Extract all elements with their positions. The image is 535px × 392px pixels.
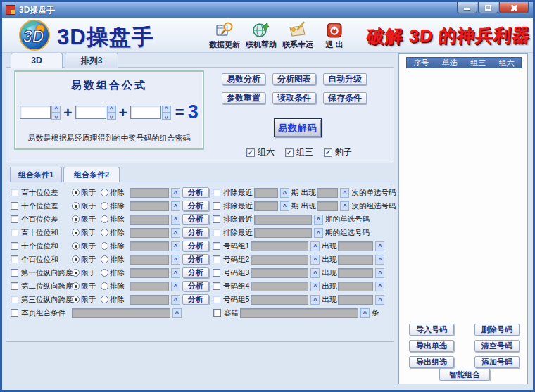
spin-up-button[interactable]: ^: [171, 215, 180, 225]
smart-combine-button[interactable]: 智能组合: [439, 369, 490, 381]
online-help-button[interactable]: 联机帮助: [243, 20, 279, 50]
radio-exclude[interactable]: [101, 296, 108, 303]
cond-left-input[interactable]: [130, 188, 169, 198]
occur-times-input[interactable]: [338, 282, 373, 291]
number-group-input[interactable]: [251, 282, 308, 291]
radio-limit[interactable]: [72, 215, 80, 223]
cond-right-checkbox[interactable]: [213, 255, 220, 263]
cond-left-checkbox[interactable]: [11, 255, 18, 263]
analyze-button[interactable]: 分析: [182, 201, 209, 211]
number-list[interactable]: [406, 70, 522, 319]
formula-input-1[interactable]: [20, 106, 51, 119]
spin-up-button[interactable]: ^: [314, 215, 323, 225]
checkbox-baozi[interactable]: ✓ 豹子: [324, 146, 352, 158]
cond-left-input[interactable]: [130, 201, 169, 211]
radio-exclude[interactable]: [101, 229, 108, 236]
load-condition-button[interactable]: 读取条件: [272, 92, 316, 104]
radio-exclude[interactable]: [101, 255, 108, 263]
save-condition-button[interactable]: 保存条件: [323, 92, 367, 104]
analyze-button[interactable]: 分析: [182, 241, 209, 251]
cond-left-checkbox[interactable]: [11, 202, 18, 210]
auto-upgrade-button[interactable]: 自动升级: [323, 73, 367, 85]
cond-left-checkbox[interactable]: [11, 215, 18, 223]
close-button[interactable]: [499, 2, 529, 13]
spin-up-button[interactable]: ^: [310, 282, 320, 291]
radio-exclude[interactable]: [101, 242, 108, 250]
analyze-button[interactable]: 分析: [182, 187, 209, 198]
checkbox[interactable]: ✓: [324, 148, 332, 157]
spin-up-button[interactable]: ^: [171, 255, 180, 265]
radio-limit[interactable]: [72, 202, 80, 210]
formula-input-3[interactable]: [130, 106, 161, 119]
cond-left-checkbox[interactable]: [11, 269, 18, 277]
spin-up-button[interactable]: ^: [340, 188, 349, 198]
cond-left-checkbox[interactable]: [11, 309, 18, 317]
page-condition-input[interactable]: [72, 308, 170, 318]
cond-left-checkbox[interactable]: [11, 296, 18, 303]
cond-left-input[interactable]: [130, 282, 169, 291]
occur-times-input[interactable]: [338, 295, 373, 305]
cond-right-checkbox[interactable]: [213, 282, 220, 290]
add-numbers-button[interactable]: 添加号码: [474, 356, 520, 368]
cond-right-checkbox[interactable]: [213, 269, 220, 277]
exit-button[interactable]: 退 出: [316, 20, 353, 50]
spin-up-button[interactable]: ^: [280, 188, 289, 198]
radio-exclude[interactable]: [101, 269, 108, 277]
spin-up-button[interactable]: ^: [375, 241, 384, 251]
export-danxuan-button[interactable]: 导出单选: [409, 340, 454, 352]
cond-right-checkbox[interactable]: [213, 202, 220, 210]
checkbox[interactable]: ✓: [246, 148, 255, 157]
radio-limit[interactable]: [72, 229, 80, 236]
analyze-button[interactable]: 分析: [182, 254, 209, 265]
contact-lucky-button[interactable]: 联系幸运: [279, 20, 316, 50]
spin-up-button[interactable]: ^: [171, 188, 180, 198]
analyze-button[interactable]: 分析: [182, 267, 209, 278]
cond-left-input[interactable]: [130, 255, 169, 265]
tab-3d[interactable]: 3D: [11, 53, 63, 68]
spin-up-button[interactable]: ^: [375, 255, 384, 265]
tab-pailie3[interactable]: 排列3: [65, 53, 118, 68]
cond-left-checkbox[interactable]: [11, 242, 18, 250]
cond-left-checkbox[interactable]: [11, 229, 18, 236]
param-reset-button[interactable]: 参数重置: [222, 92, 265, 104]
checkbox-zuliu[interactable]: ✓ 组六: [246, 146, 275, 158]
spin-up-button[interactable]: ^: [375, 295, 384, 305]
radio-limit[interactable]: [72, 255, 80, 263]
number-group-input[interactable]: [251, 255, 308, 265]
recent-periods-input[interactable]: [254, 188, 278, 198]
data-update-button[interactable]: 数据更新: [206, 20, 243, 50]
spin-up-button[interactable]: ^: [171, 282, 180, 291]
occur-times-input[interactable]: [317, 188, 338, 198]
radio-limit[interactable]: [72, 282, 80, 290]
cond-left-input[interactable]: [130, 228, 169, 238]
radio-exclude[interactable]: [101, 282, 108, 290]
spin-up-button[interactable]: ^: [171, 268, 180, 278]
spin-up-button[interactable]: ^: [360, 308, 370, 318]
occur-times-input[interactable]: [338, 268, 373, 278]
radio-exclude[interactable]: [101, 189, 108, 196]
spin-up-button[interactable]: ^: [171, 201, 180, 211]
spin-up-button[interactable]: ^: [171, 241, 180, 251]
number-group-input[interactable]: [251, 295, 308, 305]
spin-up-button[interactable]: ^: [375, 282, 384, 291]
cond-right-checkbox[interactable]: [213, 242, 220, 250]
cond-right-checkbox[interactable]: [213, 189, 220, 196]
recent-periods-input[interactable]: [254, 215, 312, 225]
radio-exclude[interactable]: [101, 215, 108, 223]
tolerance-input[interactable]: [240, 308, 358, 318]
radio-limit[interactable]: [72, 242, 80, 250]
cond-left-input[interactable]: [130, 241, 169, 251]
formula-spinner-2[interactable]: ^^: [107, 106, 116, 120]
cond-left-input[interactable]: [130, 295, 169, 305]
formula-spinner-1[interactable]: ^^: [51, 106, 61, 120]
recent-periods-input[interactable]: [254, 228, 312, 238]
spin-up-button[interactable]: ^: [310, 241, 320, 251]
tab-condition-2[interactable]: 组合条件2: [63, 167, 120, 182]
occur-times-input[interactable]: [338, 241, 373, 251]
radio-exclude[interactable]: [101, 202, 108, 210]
spin-up-button[interactable]: ^: [310, 268, 320, 278]
spin-up-button[interactable]: ^: [171, 295, 180, 305]
cond-left-checkbox[interactable]: [11, 282, 18, 290]
spin-up-button[interactable]: ^: [375, 268, 384, 278]
spin-up-button[interactable]: ^: [340, 201, 349, 211]
